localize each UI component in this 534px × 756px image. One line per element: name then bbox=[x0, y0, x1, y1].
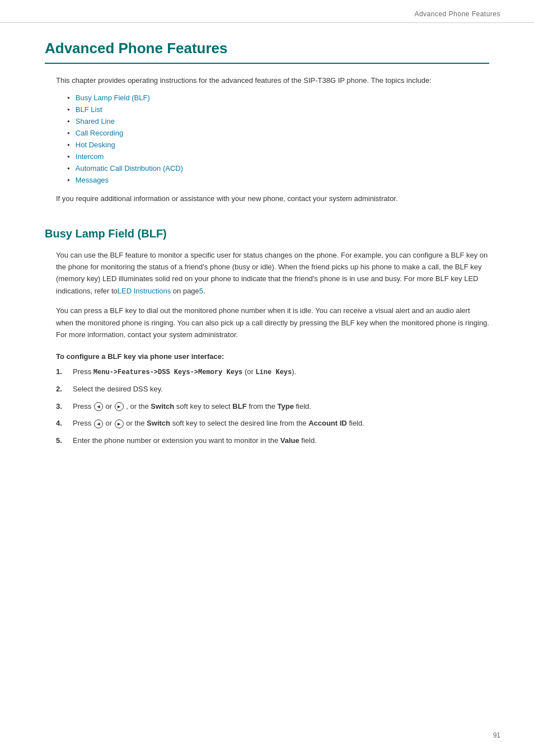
topic-link[interactable]: Hot Desking bbox=[76, 141, 115, 149]
blf-p1-suffix: on page bbox=[171, 287, 199, 295]
blf-paragraph-1: You can use the BLF feature to monitor a… bbox=[56, 249, 489, 297]
list-item: BLF List bbox=[67, 105, 489, 114]
steps-list: 1.Press Menu->Features->DSS Keys->Memory… bbox=[56, 366, 489, 447]
topic-link[interactable]: Messages bbox=[76, 176, 109, 184]
configure-heading: To configure a BLF key via phone user in… bbox=[56, 352, 489, 361]
step-content: Press ◄ or ► , or the Switch soft key to… bbox=[73, 401, 489, 413]
bold-text: Type bbox=[278, 402, 294, 410]
step-item: 2.Select the desired DSS key. bbox=[56, 384, 489, 395]
topic-link[interactable]: Intercom bbox=[76, 152, 104, 161]
blf-page-link[interactable]: 5 bbox=[199, 287, 203, 295]
topic-link[interactable]: BLF List bbox=[76, 105, 102, 114]
topic-link[interactable]: Busy Lamp Field (BLF) bbox=[76, 94, 150, 102]
step-content: Press ◄ or ► or the Switch soft key to s… bbox=[73, 418, 489, 430]
menu-path: Menu->Features->DSS Keys->Memory Keys bbox=[93, 368, 242, 376]
main-content: Advanced Phone Features This chapter pro… bbox=[0, 23, 534, 475]
topic-link[interactable]: Call Recording bbox=[76, 129, 123, 137]
page-footer: 91 bbox=[493, 731, 500, 739]
intro-text: This chapter provides operating instruct… bbox=[56, 75, 489, 87]
step-content: Select the desired DSS key. bbox=[73, 384, 489, 395]
blf-section-title: Busy Lamp Field (BLF) bbox=[45, 227, 489, 240]
step-content: Enter the phone number or extension you … bbox=[73, 435, 489, 447]
menu-path: Line Keys bbox=[255, 368, 292, 376]
step-number: 5. bbox=[56, 435, 69, 447]
arrow-icon: ► bbox=[115, 402, 124, 411]
blf-paragraph-2: You can press a BLF key to dial out the … bbox=[56, 305, 489, 340]
topic-link[interactable]: Automatic Call Distribution (ACD) bbox=[76, 164, 183, 172]
list-item: Call Recording bbox=[67, 129, 489, 137]
list-item: Intercom bbox=[67, 152, 489, 161]
chapter-title: Advanced Phone Features bbox=[45, 40, 489, 64]
step-number: 1. bbox=[56, 366, 69, 378]
step-item: 4.Press ◄ or ► or the Switch soft key to… bbox=[56, 418, 489, 430]
topic-list: Busy Lamp Field (BLF)BLF ListShared Line… bbox=[67, 94, 489, 184]
bold-text: BLF bbox=[232, 402, 246, 410]
led-instructions-link[interactable]: LED Instructions bbox=[118, 287, 171, 295]
bold-text: Switch bbox=[147, 419, 170, 427]
page-number: 91 bbox=[493, 731, 500, 739]
step-number: 3. bbox=[56, 401, 69, 413]
arrow-icon: ◄ bbox=[94, 419, 103, 428]
step-number: 4. bbox=[56, 418, 69, 430]
bold-text: Account ID bbox=[308, 419, 347, 427]
page-container: Advanced Phone Features Advanced Phone F… bbox=[0, 0, 534, 756]
list-item: Busy Lamp Field (BLF) bbox=[67, 94, 489, 102]
header-title: Advanced Phone Features bbox=[414, 10, 500, 18]
step-item: 1.Press Menu->Features->DSS Keys->Memory… bbox=[56, 366, 489, 378]
list-item: Hot Desking bbox=[67, 141, 489, 149]
page-header: Advanced Phone Features bbox=[0, 0, 534, 23]
list-item: Shared Line bbox=[67, 117, 489, 125]
topic-link[interactable]: Shared Line bbox=[76, 117, 115, 125]
blf-p1-end: . bbox=[203, 287, 205, 295]
step-item: 5.Enter the phone number or extension yo… bbox=[56, 435, 489, 447]
step-number: 2. bbox=[56, 384, 69, 395]
arrow-icon: ► bbox=[115, 419, 124, 428]
bold-text: Switch bbox=[151, 402, 174, 410]
arrow-icon: ◄ bbox=[94, 402, 103, 411]
footer-note: If you require additional information or… bbox=[56, 193, 489, 205]
bold-text: Value bbox=[280, 436, 299, 445]
list-item: Messages bbox=[67, 176, 489, 184]
step-content: Press Menu->Features->DSS Keys->Memory K… bbox=[73, 366, 489, 378]
list-item: Automatic Call Distribution (ACD) bbox=[67, 164, 489, 172]
step-item: 3.Press ◄ or ► , or the Switch soft key … bbox=[56, 401, 489, 413]
